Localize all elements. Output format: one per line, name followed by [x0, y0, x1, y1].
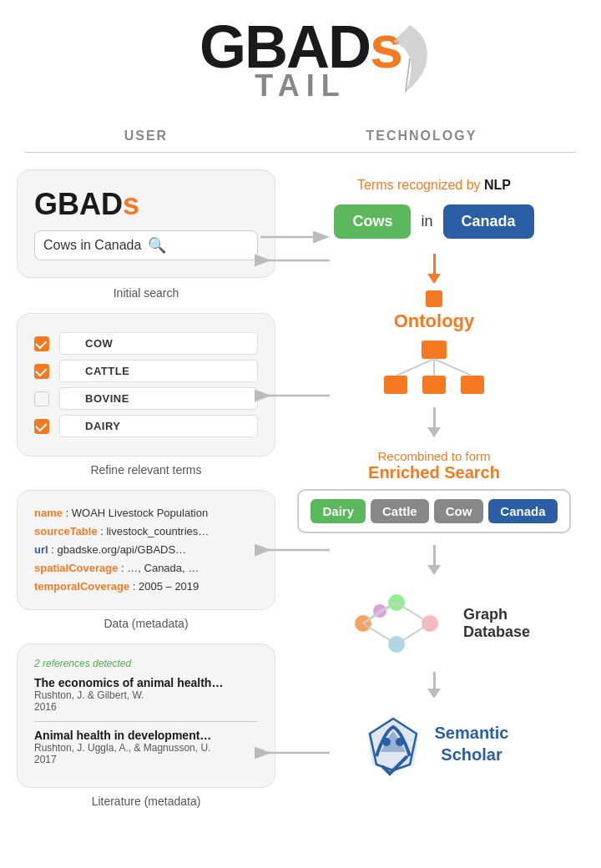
graph-icon-row: GraphDatabase: [338, 590, 530, 657]
column-headers: USER TECHNOLOGY: [0, 129, 601, 144]
checkbox-row-cattle: CATTLE: [34, 360, 258, 382]
search-box[interactable]: Cows in Canada 🔍: [34, 230, 258, 260]
checkbox-dairy[interactable]: [34, 419, 49, 434]
refine-label: Refine relevant terms: [17, 463, 275, 477]
svg-line-14: [396, 623, 430, 644]
arrow-graph-to-semantic: [427, 672, 441, 699]
arrow-line-2: [433, 407, 436, 427]
enriched-label: Enriched Search: [297, 463, 570, 482]
checkbox-cattle[interactable]: [34, 364, 49, 379]
orange-connector: [426, 290, 442, 307]
user-column-header: USER: [124, 129, 168, 144]
recombined-label: Recombined to form: [297, 449, 570, 463]
search-card: GBADs Cows in Canada 🔍: [17, 169, 275, 278]
svg-point-21: [396, 738, 404, 746]
main-content: GBADs Cows in Canada 🔍 Initial search CO…: [0, 169, 601, 821]
ontology-tree-svg: [376, 339, 492, 397]
checkbox-row-cow: COW: [34, 332, 258, 355]
lit-title-1: The economics of animal health…: [34, 676, 258, 689]
enriched-section: Recombined to form Enriched Search Dairy…: [297, 449, 570, 533]
checkboxes-card: COW CATTLE BOVINE DAIRY: [17, 313, 275, 457]
arrow-head-4: [427, 689, 441, 699]
literature-label: Literature (metadata): [17, 795, 275, 808]
nlp-tags: Cows in Canada: [334, 204, 533, 239]
nlp-prefix: Terms recognized by: [357, 178, 484, 192]
data-field-spatial: spatialCoverage : …, Canada, …: [34, 559, 258, 578]
checkbox-cow[interactable]: [34, 336, 49, 351]
data-metadata-label: Data (metadata): [17, 617, 275, 630]
key-sourcetable: sourceTable: [34, 525, 98, 537]
divider: [25, 152, 576, 153]
semantic-scholar-label: SemanticScholar: [435, 722, 509, 765]
etag-cattle: Cattle: [371, 499, 429, 523]
semantic-scholar-section: SemanticScholar: [360, 710, 509, 777]
graph-database-label: GraphDatabase: [463, 606, 530, 641]
lit-year-1: 2016: [34, 701, 258, 713]
svg-rect-6: [461, 376, 484, 394]
literature-card: 2 references detected The economics of a…: [17, 643, 275, 788]
key-spatial: spatialCoverage: [34, 562, 118, 574]
val-spatial: : …, Canada, …: [121, 562, 199, 574]
lit-title-2: Animal health in development…: [34, 729, 258, 742]
etag-cow: Cow: [434, 499, 484, 523]
svg-line-13: [396, 603, 430, 623]
nlp-bold: NLP: [484, 178, 511, 192]
tag-in: in: [421, 213, 432, 230]
graph-database-icon: [338, 590, 455, 657]
tag-cows: Cows: [334, 204, 411, 239]
lit-detected: 2 references detected: [34, 658, 258, 669]
val-url: : gbadske.org/api/GBADS…: [51, 543, 186, 556]
tag-canada: Canada: [443, 204, 534, 239]
data-field-name: name : WOAH Livestock Population: [34, 504, 258, 522]
etag-dairy: Dairy: [311, 499, 366, 523]
data-field-sourcetable: sourceTable : livestock_countries…: [34, 522, 258, 541]
technology-column-header: TECHNOLOGY: [366, 129, 477, 144]
svg-rect-0: [422, 341, 447, 359]
cb-label-cow: COW: [59, 332, 258, 355]
logo: GBADs TAIL: [199, 17, 402, 103]
svg-point-20: [382, 738, 391, 746]
cb-label-cattle: CATTLE: [59, 360, 258, 382]
left-column: GBADs Cows in Canada 🔍 Initial search CO…: [17, 169, 275, 821]
arrow-line-4: [433, 672, 436, 689]
key-url: url: [34, 543, 48, 556]
svg-rect-5: [422, 376, 446, 394]
lit-author-2: Rushton, J. Uggla, A., & Magnusson, U.: [34, 742, 258, 754]
semantic-scholar-icon: [360, 710, 427, 777]
lit-year-2: 2017: [34, 754, 258, 765]
checkbox-bovine[interactable]: [34, 391, 49, 406]
arrow-enriched-to-graph: [427, 545, 441, 575]
arrow-line-3: [433, 545, 436, 565]
search-text: Cows in Canada: [43, 238, 141, 253]
arrow-nlp-to-ontology: [427, 254, 441, 284]
key-name: name: [34, 507, 63, 519]
arrow-ontology-to-enriched: [427, 407, 441, 437]
ontology-label: Ontology: [394, 310, 475, 332]
ontology-tree: [376, 339, 492, 397]
arrow-head-3: [427, 565, 441, 575]
search-icon: 🔍: [148, 236, 166, 255]
brand-s: s: [123, 187, 139, 221]
val-name: : WOAH Livestock Population: [66, 507, 209, 519]
enriched-tags: Dairy Cattle Cow Canada: [297, 489, 570, 533]
right-column: Terms recognized by NLP Cows in Canada O…: [284, 169, 584, 821]
lit-divider: [34, 721, 258, 722]
header: GBADs TAIL: [0, 0, 601, 112]
etag-canada: Canada: [488, 499, 557, 523]
gbads-brand: GBADs: [34, 187, 258, 222]
data-field-url: url : gbadske.org/api/GBADS…: [34, 541, 258, 559]
cb-label-dairy: DAIRY: [59, 415, 258, 437]
feather-icon: [385, 21, 435, 96]
data-field-temporal: temporalCoverage : 2005 – 2019: [34, 578, 258, 596]
initial-search-label: Initial search: [17, 286, 275, 300]
svg-line-15: [363, 623, 396, 644]
brand-prefix: GBAD: [34, 187, 123, 221]
arrow-head-2: [427, 427, 441, 437]
val-temporal: : 2005 – 2019: [133, 580, 199, 593]
checkbox-row-dairy: DAIRY: [34, 415, 258, 437]
arrow-line-1: [433, 254, 436, 274]
graph-database-section: GraphDatabase: [338, 590, 530, 657]
svg-line-1: [396, 359, 434, 376]
val-sourcetable: : livestock_countries…: [100, 525, 209, 537]
svg-line-3: [434, 359, 472, 376]
